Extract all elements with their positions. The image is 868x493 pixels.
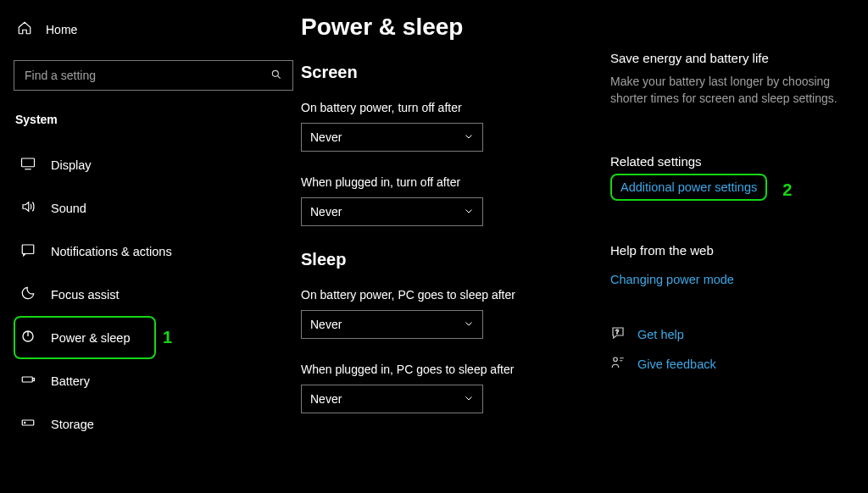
annotation-one: 1 — [163, 328, 172, 347]
search-placeholder: Find a setting — [25, 69, 96, 82]
changing-power-mode-link[interactable]: Changing power mode — [610, 273, 734, 286]
main-panel: Power & sleep Screen On battery power, t… — [301, 0, 868, 493]
field-screen-plugged: When plugged in, turn off after Never — [301, 175, 602, 226]
home-icon — [17, 20, 32, 38]
dropdown-value: Never — [310, 318, 342, 331]
svg-rect-2 — [22, 158, 35, 167]
sidebar-item-label: Notifications & actions — [51, 245, 172, 258]
sidebar-item-notifications[interactable]: Notifications & actions — [14, 230, 292, 273]
svg-rect-8 — [33, 379, 35, 381]
power-icon — [20, 329, 36, 346]
sidebar-item-label: Sound — [51, 202, 86, 215]
sidebar-item-label: Battery — [51, 374, 90, 388]
nav-home[interactable]: Home — [14, 15, 292, 43]
sleep-heading: Sleep — [301, 250, 602, 269]
annotation-two: 2 — [782, 180, 792, 200]
search-icon — [270, 69, 282, 83]
help-from-web-section: Help from the web Changing power mode — [610, 243, 868, 286]
sound-icon — [20, 199, 36, 217]
screen-battery-dropdown[interactable]: Never — [301, 123, 483, 152]
display-icon — [20, 156, 36, 174]
give-feedback-label: Give feedback — [637, 357, 716, 371]
chevron-down-icon — [464, 318, 474, 331]
annotation-box-two: Additional power settings — [610, 174, 767, 201]
sidebar-item-focus-assist[interactable]: Focus assist — [14, 273, 292, 316]
sidebar-item-storage[interactable]: Storage — [14, 402, 292, 446]
support-links: ? Get help Give feedback — [610, 325, 868, 373]
svg-rect-4 — [22, 245, 34, 254]
svg-point-10 — [25, 422, 25, 423]
field-label: When plugged in, PC goes to sleep after — [301, 363, 602, 376]
save-energy-heading: Save energy and battery life — [610, 51, 868, 65]
field-label: On battery power, PC goes to sleep after — [301, 288, 602, 302]
save-energy-body: Make your battery last longer by choosin… — [610, 74, 868, 107]
field-label: When plugged in, turn off after — [301, 175, 602, 189]
sleep-battery-dropdown[interactable]: Never — [301, 310, 483, 339]
dropdown-value: Never — [310, 205, 342, 219]
nav-home-label: Home — [46, 23, 77, 36]
sleep-plugged-dropdown[interactable]: Never — [301, 385, 483, 413]
feedback-icon — [610, 355, 626, 373]
dropdown-value: Never — [310, 392, 342, 406]
chevron-down-icon — [464, 392, 474, 406]
storage-icon — [20, 415, 36, 433]
battery-icon — [20, 372, 36, 390]
field-sleep-plugged: When plugged in, PC goes to sleep after … — [301, 363, 602, 413]
svg-text:?: ? — [615, 329, 619, 335]
content-column: Power & sleep Screen On battery power, t… — [301, 14, 610, 493]
right-column: Save energy and battery life Make your b… — [610, 14, 868, 493]
related-settings-section: Related settings Additional power settin… — [610, 154, 868, 201]
chevron-down-icon — [464, 130, 474, 144]
screen-plugged-dropdown[interactable]: Never — [301, 197, 483, 226]
field-label: On battery power, turn off after — [301, 101, 602, 114]
help-icon: ? — [610, 325, 626, 343]
svg-rect-7 — [22, 377, 32, 382]
dropdown-value: Never — [310, 130, 342, 144]
svg-point-0 — [272, 70, 278, 76]
save-energy-section: Save energy and battery life Make your b… — [610, 51, 868, 107]
sidebar-item-display[interactable]: Display — [14, 143, 292, 186]
related-settings-heading: Related settings — [610, 154, 868, 169]
svg-point-12 — [614, 357, 618, 362]
page-title: Power & sleep — [301, 14, 602, 41]
get-help-link[interactable]: ? Get help — [610, 325, 868, 343]
settings-sidebar: Home Find a setting System Display Sound… — [0, 0, 301, 493]
sidebar-item-label: Storage — [51, 418, 94, 431]
get-help-label: Get help — [637, 328, 684, 341]
help-from-web-heading: Help from the web — [610, 243, 868, 258]
screen-heading: Screen — [301, 63, 602, 82]
sidebar-item-power-sleep[interactable]: Power & sleep — [14, 316, 156, 359]
sidebar-section-system: System — [14, 106, 292, 143]
give-feedback-link[interactable]: Give feedback — [610, 355, 868, 373]
sidebar-item-label: Power & sleep — [51, 331, 131, 345]
sidebar-item-sound[interactable]: Sound — [14, 186, 292, 230]
additional-power-settings-link[interactable]: Additional power settings — [620, 180, 757, 194]
field-sleep-battery: On battery power, PC goes to sleep after… — [301, 288, 602, 339]
svg-line-1 — [277, 75, 280, 78]
chevron-down-icon — [464, 205, 474, 219]
sidebar-item-battery[interactable]: Battery — [14, 359, 292, 402]
sidebar-item-label: Focus assist — [51, 288, 120, 302]
notifications-icon — [20, 242, 36, 260]
moon-icon — [20, 285, 36, 303]
field-screen-battery: On battery power, turn off after Never — [301, 101, 602, 152]
search-input[interactable]: Find a setting — [14, 60, 293, 91]
sidebar-item-label: Display — [51, 158, 92, 172]
